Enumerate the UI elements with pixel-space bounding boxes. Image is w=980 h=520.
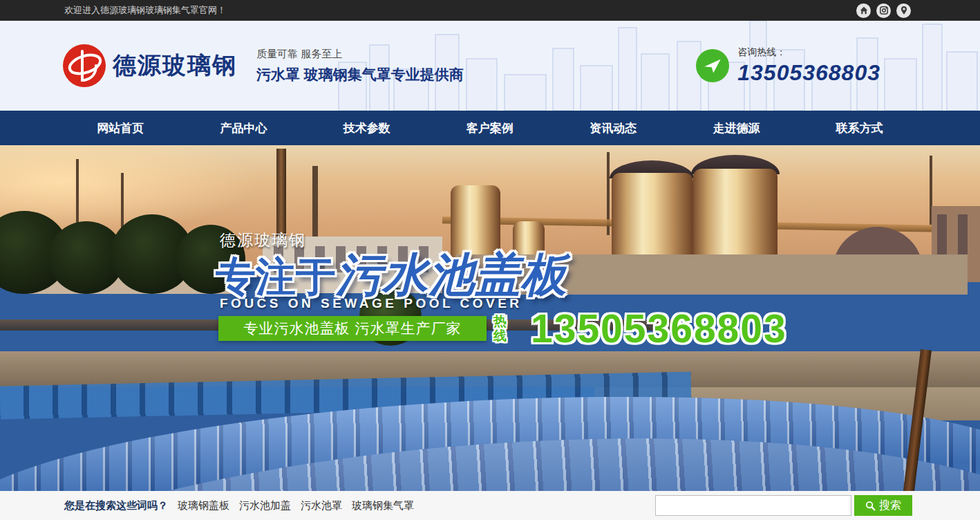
hero-sales-label-line2: 热线	[493, 314, 508, 343]
nav-item-contact[interactable]: 联系方式	[798, 111, 921, 145]
social-icons	[856, 3, 911, 18]
slogan-big: 污水罩 玻璃钢集气罩专业提供商	[256, 65, 464, 84]
slogan-small: 质量可靠 服务至上	[256, 48, 464, 61]
logo[interactable]: 德源玻璃钢	[62, 43, 237, 89]
hero-banner: 德源玻璃钢 专注于污水池盖板 FOUCS ON SEWAGE POOL COVE…	[0, 145, 980, 491]
hero-title-main: 污水池盖板	[336, 249, 567, 300]
hotline-label: 咨询热线：	[737, 46, 880, 59]
keyword-link-1[interactable]: 玻璃钢盖板	[178, 499, 229, 512]
home-icon[interactable]	[856, 3, 871, 18]
hotline-number: 13505368803	[737, 60, 880, 86]
hot-keywords: 玻璃钢盖板 污水池加盖 污水池罩 玻璃钢集气罩	[178, 499, 414, 512]
search-input[interactable]	[655, 495, 851, 516]
topbar: 欢迎进入德源玻璃钢玻璃钢集气罩官网！	[0, 0, 980, 21]
header-slogan: 质量可靠 服务至上 污水罩 玻璃钢集气罩专业提供商	[256, 48, 464, 84]
nav-item-news[interactable]: 资讯动态	[552, 111, 675, 145]
search-button-label: 搜索	[879, 499, 901, 513]
keyword-link-3[interactable]: 污水池罩	[301, 499, 342, 512]
nav-item-home[interactable]: 网站首页	[59, 111, 182, 145]
welcome-text: 欢迎进入德源玻璃钢玻璃钢集气罩官网！	[64, 4, 226, 17]
hero-sales-number: 13505368803	[531, 306, 787, 351]
header-hotline: 咨询热线： 13505368803	[696, 46, 918, 86]
site-header: 德源玻璃钢 质量可靠 服务至上 污水罩 玻璃钢集气罩专业提供商 咨询热线： 13…	[0, 21, 980, 111]
nav-item-products[interactable]: 产品中心	[182, 111, 305, 145]
hero-title-prefix: 专注于	[216, 254, 336, 299]
hero-subtitle-en: FOUCS ON SEWAGE POOL COVER	[220, 296, 522, 311]
keyword-link-4[interactable]: 玻璃钢集气罩	[352, 499, 414, 512]
nav-item-specs[interactable]: 技术参数	[305, 111, 428, 145]
magnifier-icon	[865, 501, 876, 511]
nav-item-cases[interactable]: 客户案例	[428, 111, 552, 145]
keyword-link-2[interactable]: 污水池加盖	[239, 499, 291, 512]
search-prompt: 您是在搜索这些词吗？	[64, 499, 168, 512]
paper-plane-icon	[696, 49, 729, 82]
logo-text: 德源玻璃钢	[113, 50, 237, 82]
search-button[interactable]: 搜索	[854, 495, 912, 516]
nav-item-about[interactable]: 走进德源	[675, 111, 798, 145]
main-nav: 网站首页 产品中心 技术参数 客户案例 资讯动态 走进德源 联系方式	[0, 111, 980, 145]
search-form: 搜索	[655, 495, 912, 516]
location-icon[interactable]	[896, 3, 911, 18]
logo-icon	[62, 43, 107, 89]
search-bar: 您是在搜索这些词吗？ 玻璃钢盖板 污水池加盖 污水池罩 玻璃钢集气罩 搜索	[0, 491, 980, 520]
hero-green-banner: 专业污水池盖板 污水罩生产厂家	[218, 316, 487, 341]
camera-icon[interactable]	[876, 3, 891, 18]
